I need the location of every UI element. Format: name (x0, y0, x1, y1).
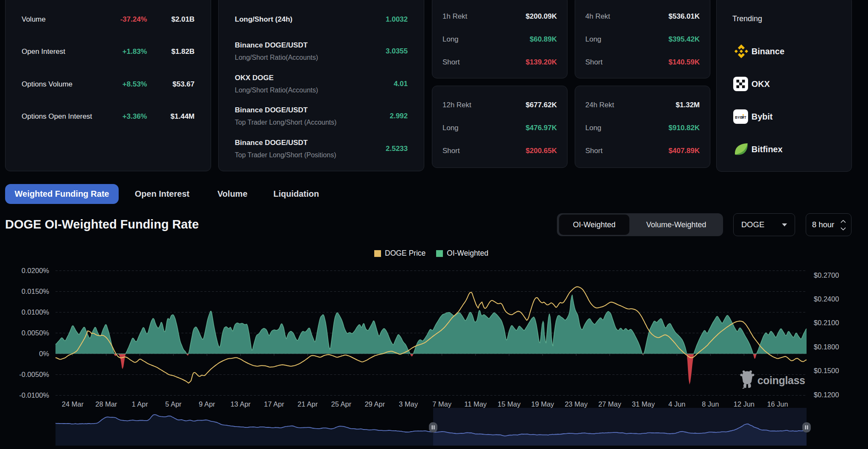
svg-text:17 Apr: 17 Apr (264, 400, 284, 408)
svg-text:0.0100%: 0.0100% (22, 308, 49, 316)
svg-text:0.0050%: 0.0050% (22, 329, 49, 337)
svg-text:4 Jun: 4 Jun (668, 400, 685, 408)
svg-text:$0.1500: $0.1500 (814, 367, 839, 374)
svg-text:0%: 0% (39, 350, 49, 357)
svg-text:3 May: 3 May (399, 400, 418, 408)
svg-text:31 May: 31 May (632, 400, 655, 408)
svg-text:29 Apr: 29 Apr (364, 400, 385, 408)
svg-text:23 May: 23 May (565, 400, 588, 408)
svg-text:15 May: 15 May (498, 400, 521, 408)
svg-text:$0.2400: $0.2400 (814, 295, 839, 303)
svg-text:21 Apr: 21 Apr (298, 400, 318, 408)
svg-text:0.0150%: 0.0150% (22, 287, 49, 295)
svg-text:5 Apr: 5 Apr (165, 400, 182, 408)
svg-text:13 Apr: 13 Apr (231, 400, 251, 408)
svg-text:25 Apr: 25 Apr (331, 400, 351, 408)
svg-text:$0.2100: $0.2100 (814, 319, 839, 326)
svg-text:11 May: 11 May (464, 400, 487, 408)
svg-text:9 Apr: 9 Apr (199, 400, 215, 408)
svg-text:-0.0100%: -0.0100% (19, 391, 49, 399)
svg-text:7 May: 7 May (432, 400, 452, 408)
svg-text:24 Mar: 24 Mar (62, 400, 84, 408)
svg-text:$0.1200: $0.1200 (814, 391, 839, 399)
svg-text:-0.0050%: -0.0050% (19, 371, 49, 378)
svg-text:12 Jun: 12 Jun (734, 400, 755, 408)
svg-text:$0.2700: $0.2700 (814, 271, 839, 279)
svg-text:27 May: 27 May (598, 400, 622, 408)
svg-text:1 Apr: 1 Apr (132, 400, 148, 408)
svg-text:28 Mar: 28 Mar (95, 400, 117, 408)
svg-text:0.0200%: 0.0200% (22, 267, 49, 274)
svg-text:$0.1800: $0.1800 (814, 343, 839, 351)
svg-text:19 May: 19 May (531, 400, 554, 408)
svg-text:16 Jun: 16 Jun (767, 400, 788, 408)
svg-text:8 Jun: 8 Jun (702, 400, 719, 408)
